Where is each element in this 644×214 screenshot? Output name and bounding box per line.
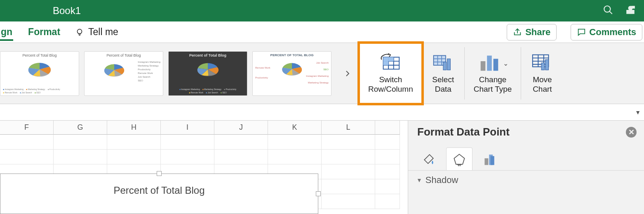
pane-tabs [408, 143, 644, 171]
svg-rect-41 [484, 158, 488, 165]
effects-icon [452, 152, 467, 167]
pie-icon [191, 58, 224, 81]
grid-row[interactable] [0, 135, 408, 150]
share-icon [513, 28, 522, 37]
callout-label: Instagram Marketing [306, 75, 329, 77]
cell[interactable] [322, 164, 375, 179]
comments-button[interactable]: Comments [571, 24, 642, 40]
cell[interactable] [161, 135, 214, 150]
thumb-legend-side: Instagram Marketing Marketing Strategy P… [138, 61, 160, 82]
column-header[interactable]: H [107, 121, 161, 135]
callout-label: SEO [323, 68, 329, 71]
chart-title[interactable]: Percent of Total Blog [0, 185, 318, 196]
switch-row-column-button[interactable]: Switch Row/Column [359, 43, 422, 104]
cell[interactable] [214, 135, 268, 150]
formula-expand-icon[interactable]: ▼ [635, 109, 641, 116]
svg-rect-15 [383, 57, 389, 61]
cell[interactable] [322, 135, 375, 150]
move-chart-button[interactable]: Move Chart [521, 43, 563, 104]
chart-style-thumb-4[interactable]: PERCENT OF TOTAL BLOG Remote Work Produc… [252, 51, 331, 96]
document-title: Book1 [53, 5, 81, 17]
cell[interactable] [375, 179, 400, 194]
resize-handle-top[interactable] [157, 171, 162, 176]
cell[interactable] [0, 150, 54, 164]
comment-icon [577, 28, 586, 37]
cell[interactable] [54, 135, 107, 150]
chart-style-thumb-1[interactable]: Percent of Total Blog Instagram Marketin… [0, 51, 79, 96]
svg-point-5 [78, 29, 82, 33]
pane-title: Format Data Point [417, 126, 510, 138]
share-button[interactable]: Share [507, 24, 557, 40]
pane-section-shadow[interactable]: ▼ Shadow [408, 170, 644, 190]
resize-handle-right[interactable] [316, 191, 321, 196]
cell[interactable] [268, 135, 322, 150]
column-header[interactable] [375, 121, 400, 135]
select-data-button[interactable]: Select Data [422, 43, 464, 104]
formula-bar[interactable]: ▼ [0, 104, 644, 121]
cell[interactable] [322, 179, 375, 194]
thumb-title: PERCENT OF TOTAL BLOG [270, 53, 314, 57]
embedded-chart[interactable]: Percent of Total Blog [0, 174, 318, 214]
svg-rect-24 [443, 62, 447, 70]
cell[interactable] [214, 150, 268, 164]
column-header[interactable]: I [161, 121, 214, 135]
svg-marker-37 [454, 154, 464, 164]
tab-format[interactable]: Format [27, 23, 61, 41]
cell[interactable] [54, 150, 107, 164]
cell[interactable] [375, 194, 400, 209]
column-header[interactable]: J [214, 121, 268, 135]
svg-rect-17 [389, 57, 394, 61]
pane-tab-effects[interactable] [446, 147, 472, 171]
cell[interactable] [322, 150, 375, 164]
svg-rect-43 [491, 156, 494, 165]
pane-tab-series[interactable] [477, 147, 503, 171]
svg-point-0 [604, 6, 610, 12]
svg-rect-27 [487, 55, 492, 71]
column-header[interactable]: G [54, 121, 107, 135]
pane-section-label: Shadow [425, 175, 458, 185]
cell[interactable] [375, 135, 400, 150]
spreadsheet-grid[interactable]: F G H I J K L [0, 121, 408, 214]
cell[interactable] [161, 150, 214, 164]
disclosure-triangle-icon: ▼ [416, 177, 422, 183]
account-icon[interactable] [625, 5, 636, 17]
thumb-legend: Instagram Marketing Marketing Strategy P… [3, 88, 76, 94]
title-bar: Book1 [0, 0, 644, 21]
tab-design[interactable]: gn [0, 23, 13, 41]
svg-rect-4 [631, 6, 635, 9]
cell[interactable] [375, 150, 400, 164]
callout-label: Remote Work [255, 67, 270, 69]
column-header[interactable]: F [0, 121, 54, 135]
cell[interactable] [107, 135, 161, 150]
cell[interactable] [375, 164, 400, 179]
series-options-icon [482, 152, 497, 166]
cell[interactable] [322, 194, 375, 209]
paint-bucket-icon [421, 152, 436, 166]
switch-row-column-label: Switch Row/Column [368, 75, 413, 94]
cell[interactable] [107, 150, 161, 164]
grid-row[interactable] [0, 150, 408, 164]
search-icon[interactable] [603, 5, 613, 17]
column-header[interactable]: K [268, 121, 322, 135]
move-chart-label: Move Chart [533, 75, 552, 94]
svg-rect-35 [541, 63, 545, 70]
move-chart-icon [530, 52, 554, 73]
chart-style-thumb-3[interactable]: Percent of Total Blog Instagram Marketin… [168, 51, 247, 96]
thumb-title: Percent of Total Blog [23, 53, 57, 57]
cell[interactable] [268, 150, 322, 164]
svg-line-1 [609, 11, 612, 14]
tell-me[interactable]: Tell me [75, 26, 118, 38]
pie-icon [23, 58, 56, 81]
change-chart-type-button[interactable]: ⌄ Change Chart Type [465, 43, 521, 104]
column-header[interactable]: L [322, 121, 375, 135]
svg-rect-16 [383, 61, 389, 65]
select-data-icon [431, 52, 455, 73]
ribbon-toolbar: Percent of Total Blog Instagram Marketin… [0, 43, 644, 104]
thumb-title: Percent of Total Blog [189, 53, 226, 57]
pane-tab-fill[interactable] [416, 147, 442, 171]
chart-styles-more-button[interactable] [341, 67, 354, 80]
close-pane-button[interactable]: ✕ [626, 127, 637, 138]
chart-style-thumb-2[interactable]: Percent of Total Blog Instagram Marketin… [84, 51, 163, 96]
cell[interactable] [0, 135, 54, 150]
svg-rect-25 [447, 59, 450, 70]
